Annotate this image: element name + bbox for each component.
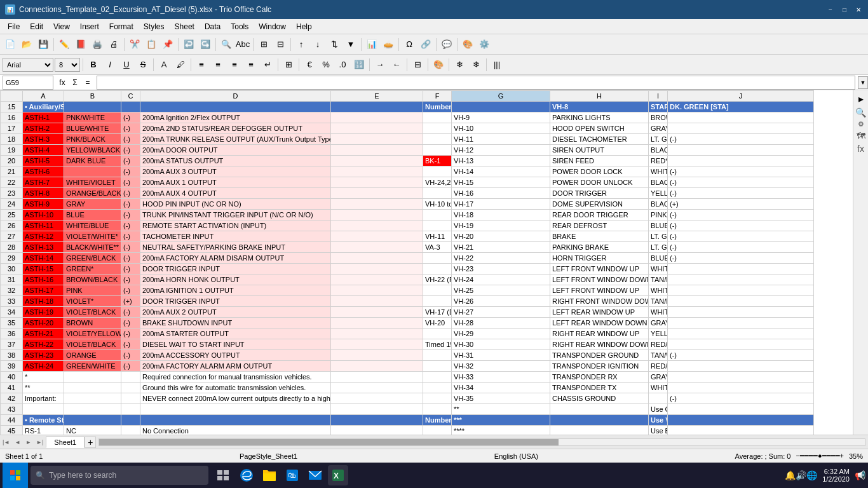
cell[interactable] [331,166,423,177]
cell[interactable]: GRAY [64,199,121,210]
cell[interactable]: GREEN/WHITE [64,361,121,372]
cell[interactable]: TRANSPONDER GROUND [550,350,649,361]
cell[interactable] [550,426,649,435]
cell[interactable] [668,426,814,435]
cell[interactable] [140,404,331,415]
cell[interactable]: VH-24,26,28,30 (Relays) [423,177,452,188]
cell[interactable] [121,415,140,426]
cell[interactable] [668,274,814,285]
cell[interactable]: BRAKE SHUTDOWN INPUT [140,318,331,329]
cell[interactable] [423,123,452,134]
cell[interactable] [668,339,814,350]
cell[interactable]: STARTER (12V IN STA) [649,102,668,112]
horizontal-scrollbar[interactable] [98,438,865,446]
cell[interactable]: ASTH-10 [23,210,64,220]
cell[interactable]: GRAY* [649,123,668,134]
cell[interactable]: CHASSIS GROUND [550,393,649,404]
cell[interactable]: VH-34 [452,383,550,393]
cell[interactable] [668,329,814,339]
cell[interactable]: VH-29 [452,329,550,339]
cell[interactable]: NEVER connect 200mA low current outputs … [140,393,331,404]
cell[interactable] [331,242,423,253]
cell[interactable]: (-) [668,231,814,242]
cell[interactable]: VH-20 [423,318,452,329]
cell[interactable] [121,404,140,415]
cell[interactable] [331,188,423,199]
cell[interactable]: ASTH-4 [23,145,64,156]
cell[interactable]: (-) [668,350,814,361]
menu-insert[interactable]: Insert [75,21,104,32]
open-button[interactable]: 📂 [19,37,34,52]
cell[interactable]: VH-18 [452,210,550,220]
cell[interactable] [423,285,452,296]
cell[interactable]: WHITE/YELLOW [649,285,668,296]
cell[interactable]: 200mA STARTER OUTPUT [140,329,331,339]
cell[interactable]: (-) [121,156,140,166]
cell[interactable]: VH-20 [452,231,550,242]
highlight-button[interactable]: 🖊 [173,57,188,72]
cell[interactable]: ASTH-23 [23,350,64,361]
cell[interactable] [331,285,423,296]
cell[interactable]: 200mA DOOR OUTPUT [140,145,331,156]
cell[interactable] [331,102,423,112]
cell[interactable]: (-) [121,123,140,134]
cell[interactable]: (-) [121,134,140,145]
cell[interactable]: RIGHT REAR WINDOW DOWN [550,339,649,350]
cell[interactable]: HOOD PIN INPUT (NC OR NO) [140,199,331,210]
cell[interactable]: ORANGE [64,350,121,361]
cell[interactable] [668,264,814,274]
cell[interactable]: (-) [121,339,140,350]
menu-styles[interactable]: Styles [139,21,170,32]
system-tray[interactable]: 🔔🔊🌐 [785,470,817,480]
col-header-b[interactable]: B [64,91,121,102]
store-button[interactable]: 🛍 [282,465,302,485]
cell[interactable]: BLUE/ORANGE [649,220,668,231]
increase-indent-button[interactable]: → [372,57,388,72]
cell[interactable]: VH-21 [452,242,550,253]
cell[interactable]: LEFT FRONT WINDOW UP [550,285,649,296]
col-header-i[interactable]: I [649,91,668,102]
cell[interactable] [331,393,423,404]
cell[interactable]: VIOLET/BLACK [64,307,121,318]
strikethrough-button[interactable]: S [135,57,151,72]
cell[interactable]: VH-28 [452,318,550,329]
cell[interactable]: (-) [668,210,814,220]
cell[interactable]: ASTH-20 [23,318,64,329]
cell[interactable]: (+) [121,296,140,307]
cell[interactable]: LEFT REAR WINDOW DOWN [550,318,649,329]
undo-button[interactable]: ↩️ [181,37,196,52]
cell[interactable]: VH-17 [452,199,550,210]
cell[interactable]: (-) [121,285,140,296]
cell[interactable]: REAR DEFROST [550,220,649,231]
cell[interactable]: BLACK*** [649,145,668,156]
cell[interactable]: 200mA HORN HONK OUTPUT [140,274,331,285]
cell[interactable]: ASTH-13 [23,242,64,253]
cell[interactable]: ASTH-11 [23,220,64,231]
cell[interactable]: 200mA FACTORY ALARM ARM OUTPUT [140,361,331,372]
cell[interactable]: RED**** [649,156,668,166]
cell[interactable]: PARKING BRAKE [550,242,649,253]
cell[interactable]: Required connection for manual transmiss… [140,372,331,383]
col-header-j[interactable]: J [668,91,814,102]
cell[interactable]: BLUE/WHITE [64,123,121,134]
cell[interactable]: TAN/LT. BLUE [649,296,668,307]
cell[interactable] [423,188,452,199]
export-pdf-button[interactable]: 📕 [73,37,88,52]
cell[interactable]: VIOLET* [64,296,121,307]
cell[interactable]: BRAKE [550,231,649,242]
cell[interactable]: VH-11 [423,231,452,242]
cell[interactable]: ASTH-12 [23,231,64,242]
col-header-e[interactable]: E [331,91,423,102]
cell[interactable] [64,415,121,426]
sort-asc-button[interactable]: ↑ [294,37,309,52]
cell[interactable]: VH-24 [452,274,550,285]
decimal-button[interactable]: .0 [335,57,350,72]
cell[interactable] [64,404,121,415]
cell[interactable] [668,307,814,318]
cell[interactable]: VH-35 [452,393,550,404]
cell[interactable] [668,318,814,329]
cell[interactable]: DIESEL TACHOMETER [550,134,649,145]
sheet-scroll-area[interactable]: A B C D E F G H I J 15• Auxiliary/Shutdo… [0,90,853,435]
cell[interactable]: VH-31 [452,350,550,361]
new-button[interactable]: 📄 [3,37,18,52]
